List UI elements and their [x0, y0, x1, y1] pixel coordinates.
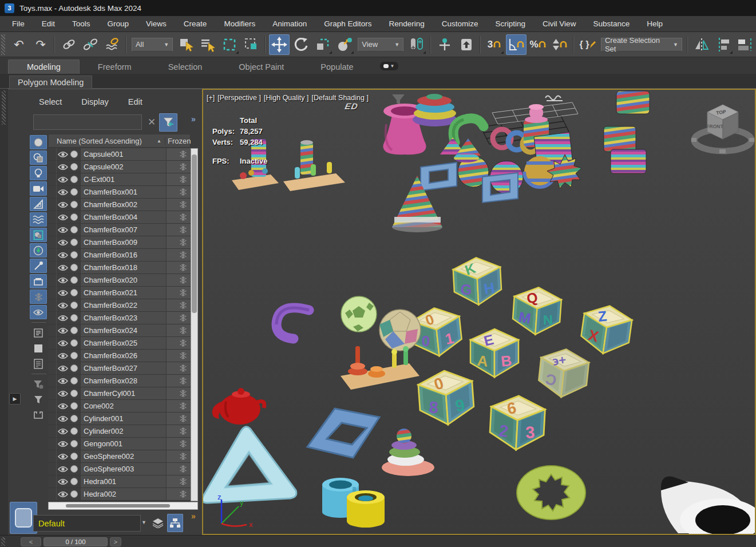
menu-item[interactable]: Civil View	[534, 17, 584, 30]
visibility-toggle[interactable]	[57, 378, 69, 385]
frozen-cell[interactable]	[166, 324, 191, 336]
object-name[interactable]: GeoSphere003	[80, 463, 166, 475]
menu-item[interactable]: Graph Editors	[315, 17, 380, 30]
object-name[interactable]: Cone002	[80, 400, 166, 412]
visibility-toggle[interactable]	[57, 478, 69, 485]
toggle-space-warps[interactable]	[30, 212, 47, 227]
visibility-toggle[interactable]	[57, 201, 69, 208]
table-row[interactable]: ChamferBox009	[48, 236, 191, 249]
toy-peg-board-2[interactable]	[283, 162, 345, 191]
toy-star-gear[interactable]	[517, 466, 585, 520]
visibility-toggle[interactable]	[57, 290, 69, 296]
visibility-toggle[interactable]	[57, 491, 69, 498]
table-row[interactable]: ChamferBox024	[48, 324, 191, 337]
object-name[interactable]: C-Ext001	[80, 173, 166, 185]
toy-funnel[interactable]	[392, 94, 405, 105]
visibility-toggle[interactable]	[57, 390, 69, 397]
frozen-cell[interactable]	[166, 425, 191, 437]
bind-to-space-warp-button[interactable]	[102, 34, 122, 55]
vertical-scrollbar-thumb[interactable]	[192, 154, 197, 313]
table-row[interactable]: ChamferBox002	[48, 199, 191, 211]
table-row[interactable]: ChamferBox020	[48, 274, 191, 287]
visibility-toggle[interactable]	[57, 453, 69, 460]
object-name[interactable]: Capsule002	[80, 161, 166, 173]
menu-item[interactable]: Edit	[33, 17, 64, 30]
visibility-toggle[interactable]	[57, 403, 69, 410]
menu-item[interactable]: Customize	[433, 17, 487, 30]
menu-item[interactable]: Rendering	[381, 17, 433, 30]
frozen-cell[interactable]	[166, 236, 191, 248]
frozen-cell[interactable]	[166, 375, 191, 387]
select-and-move-button[interactable]	[269, 34, 290, 55]
object-name[interactable]: ChamferBox021	[80, 287, 166, 299]
toy-block-eab[interactable]: E A B	[470, 329, 518, 377]
table-row[interactable]: Cone002	[48, 400, 191, 413]
timebar-grip[interactable]	[1, 537, 5, 546]
menu-item[interactable]: Tools	[64, 17, 99, 30]
explorer-menu-item[interactable]: Display	[76, 96, 114, 108]
toggle-list-types[interactable]	[30, 326, 47, 340]
toy-geosphere[interactable]	[379, 310, 421, 351]
visibility-toggle[interactable]	[57, 277, 69, 284]
visibility-toggle[interactable]	[57, 239, 69, 246]
object-name[interactable]: Cylinder001	[80, 413, 166, 425]
menu-item[interactable]: Group	[99, 17, 138, 30]
previous-frame-button[interactable]: <	[21, 537, 41, 546]
viewcube-front-label[interactable]: FRONT	[706, 124, 723, 129]
table-row[interactable]: ChamferBox023	[48, 312, 191, 324]
object-name[interactable]: ChamferBox026	[80, 350, 166, 362]
frozen-cell[interactable]	[166, 337, 191, 349]
visibility-toggle[interactable]	[57, 315, 69, 322]
visibility-toggle[interactable]	[57, 176, 69, 183]
visibility-toggle[interactable]	[57, 252, 69, 259]
menu-item[interactable]: Modifiers	[215, 17, 264, 30]
object-name[interactable]: ChamferBox009	[80, 236, 166, 248]
table-row[interactable]: ChamferBox026	[48, 350, 191, 362]
unlink-button[interactable]	[80, 34, 101, 55]
toy-block-qmn[interactable]: Q M N	[512, 286, 562, 336]
toy-block-zx[interactable]: Z X	[579, 303, 634, 357]
table-row[interactable]: GeoSphere003	[48, 463, 191, 475]
toolbar-grip[interactable]	[1, 34, 5, 55]
visibility-toggle[interactable]	[57, 302, 69, 309]
visibility-toggle[interactable]	[57, 428, 69, 435]
table-row[interactable]: Capsule002	[48, 161, 191, 173]
polygon-modeling-panel-tab[interactable]: Polygon Modeling	[9, 76, 92, 89]
table-row[interactable]: ChamferBox028	[48, 375, 191, 387]
menu-item[interactable]: File	[3, 17, 33, 30]
frozen-cell[interactable]	[166, 173, 191, 185]
rectangular-selection-region-button[interactable]	[219, 34, 240, 55]
ribbon-tab-freeform[interactable]: Freeform	[80, 60, 150, 74]
object-name[interactable]: ChamferBox028	[80, 375, 166, 387]
percent-snap-button[interactable]: %	[528, 34, 548, 55]
menu-item[interactable]: Scripting	[487, 17, 535, 30]
table-row[interactable]: ChamferBox016	[48, 249, 191, 261]
frozen-cell[interactable]	[166, 362, 191, 374]
table-row[interactable]: ChamferBox027	[48, 362, 191, 375]
layer-manager-button[interactable]	[150, 514, 166, 532]
table-row[interactable]: Cylinder002	[48, 425, 191, 438]
column-header-frozen[interactable]: Frozen	[165, 137, 190, 145]
object-name[interactable]: Gengon001	[80, 438, 166, 450]
select-link-button[interactable]	[58, 34, 79, 55]
viewport-menu-general[interactable]: [+]	[207, 94, 215, 102]
frozen-cell[interactable]	[166, 438, 191, 450]
reference-coordinate-system-dropdown[interactable]: View▼	[358, 38, 403, 51]
explorer-expand-chevron[interactable]: »	[191, 114, 195, 124]
ribbon-tab-object-paint[interactable]: Object Paint	[220, 60, 302, 74]
toy-green-tube[interactable]	[453, 118, 484, 142]
toy-ring-stack[interactable]	[382, 429, 434, 476]
column-header-name[interactable]: Name (Sorted Ascending) ▲	[49, 137, 165, 145]
ribbon-tab-modeling[interactable]: Modeling	[8, 60, 80, 74]
horizontal-scrollbar-thumb[interactable]	[66, 504, 170, 508]
explorer-menu-item[interactable]: Edit	[122, 96, 148, 108]
toy-horn[interactable]	[661, 477, 755, 534]
object-name[interactable]: ChamferBox027	[80, 362, 166, 374]
visibility-toggle[interactable]	[57, 164, 69, 171]
select-by-name-button[interactable]	[197, 34, 218, 55]
basket-button[interactable]	[30, 408, 47, 422]
object-name[interactable]: ChamferBox024	[80, 324, 166, 336]
toggle-helpers[interactable]	[30, 197, 47, 211]
toy-blue-square-ring-1[interactable]	[421, 162, 457, 191]
object-name[interactable]: ChamferBox025	[80, 337, 166, 349]
